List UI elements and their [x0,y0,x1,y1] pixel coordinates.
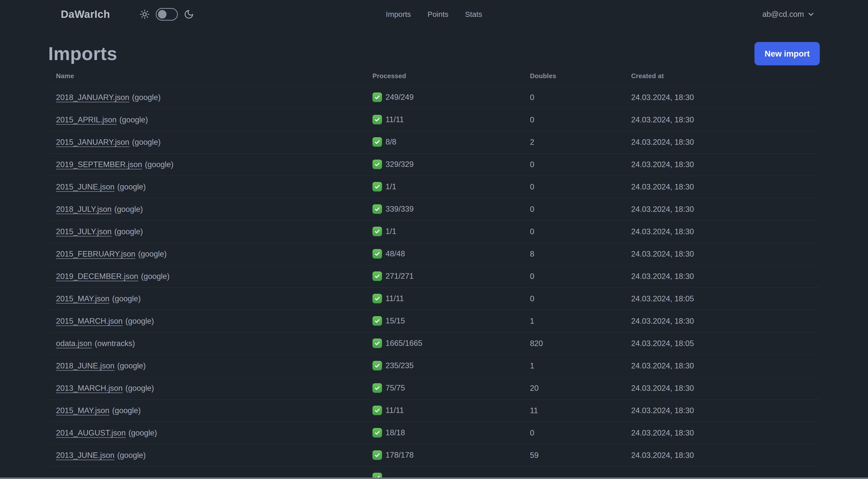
table-row [48,467,820,479]
success-check-icon [372,406,382,415]
table-row: 2015_MARCH.json(google) 15/15 1 24.03.20… [48,310,820,332]
name-cell: odata.json(owntracks) [48,332,367,355]
import-file-link[interactable]: 2015_JUNE.json [56,182,115,191]
import-file-link[interactable]: 2013_MARCH.json [56,384,123,393]
name-cell: 2018_JUNE.json(google) [48,355,367,377]
success-check-icon [372,294,382,303]
nav-link-stats[interactable]: Stats [465,10,482,19]
name-cell: 2015_MAY.json(google) [48,399,367,422]
table-row: 2015_MAY.json(google) 11/11 0 24.03.2024… [48,288,820,310]
created-at-cell: 24.03.2024, 18:30 [625,310,820,332]
app-brand[interactable]: DaWarIch [61,8,110,20]
success-check-icon [372,249,382,259]
name-cell: 2014_AUGUST.json(google) [48,422,367,444]
table-row: 2015_JUNE.json(google) 1/1 0 24.03.2024,… [48,176,820,198]
created-at-cell: 24.03.2024, 18:30 [625,422,820,444]
theme-toggle[interactable] [156,8,178,21]
doubles-count: 0 [530,272,534,281]
import-file-link[interactable]: 2018_JANUARY.json [56,93,129,102]
doubles-cell: 2 [524,131,625,154]
import-file-link[interactable]: 2015_JANUARY.json [56,138,129,147]
import-file-link[interactable]: 2015_MAY.json [56,294,110,303]
import-source-label: (google) [114,227,143,236]
created-at-cell: 24.03.2024, 18:30 [625,109,820,131]
doubles-cell: 0 [524,176,625,198]
imports-page: Imports New import Name Processed Double… [48,42,820,479]
processed-cell: 48/48 [367,243,524,265]
import-file-link[interactable]: 2018_JULY.json [56,205,112,214]
doubles-count: 8 [530,249,534,258]
processed-count: 18/18 [385,428,405,437]
created-at-value: 24.03.2024, 18:30 [631,160,694,169]
name-cell: 2015_FEBRUARY.json(google) [48,243,367,265]
created-at-cell: 24.03.2024, 18:30 [625,154,820,176]
import-source-label: (google) [112,406,141,415]
processed-cell: 1665/1665 [367,332,524,355]
new-import-button[interactable]: New import [754,42,820,65]
chevron-down-icon [807,10,815,18]
table-row: 2015_JULY.json(google) 1/1 0 24.03.2024,… [48,221,820,243]
doubles-count: 59 [530,451,538,460]
import-file-link[interactable]: 2015_MARCH.json [56,317,123,325]
import-source-label: (google) [132,138,161,147]
doubles-count: 1 [530,317,534,325]
created-at-value: 24.03.2024, 18:30 [631,182,694,191]
name-cell: 2018_JANUARY.json(google) [48,86,367,109]
created-at-cell: 24.03.2024, 18:30 [625,399,820,422]
processed-count: 8/8 [385,138,396,147]
created-at-value: 24.03.2024, 18:30 [631,115,694,124]
processed-cell: 11/11 [367,109,524,131]
account-menu[interactable]: ab@cd.com [762,10,815,19]
page-header: Imports New import [48,42,820,65]
table-row: 2015_APRIL.json(google) 11/11 0 24.03.20… [48,109,820,131]
import-file-link[interactable]: 2015_FEBRUARY.json [56,249,135,258]
success-check-icon [372,450,382,460]
processed-count: 15/15 [385,317,405,325]
import-file-link[interactable]: 2019_DECEMBER.json [56,272,138,281]
import-file-link[interactable]: 2015_APRIL.json [56,115,117,124]
processed-cell: 249/249 [367,86,524,109]
doubles-cell: 1 [524,310,625,332]
created-at-cell: 24.03.2024, 18:05 [625,288,820,310]
processed-cell [367,467,524,479]
success-check-icon [372,159,382,169]
import-file-link[interactable]: 2019_SEPTEMBER.json [56,160,142,169]
doubles-cell: 0 [524,154,625,176]
import-file-link[interactable]: 2015_JULY.json [56,227,112,236]
created-at-value: 24.03.2024, 18:05 [631,294,694,303]
doubles-cell [524,467,625,479]
processed-cell: 235/235 [367,355,524,377]
imports-table: Name Processed Doubles Created at 2018_J… [48,65,820,479]
sun-icon [140,9,150,19]
processed-cell: 15/15 [367,310,524,332]
doubles-count: 0 [530,160,534,169]
success-check-icon [372,316,382,326]
processed-count: 178/178 [385,451,414,460]
created-at-value: 24.03.2024, 18:30 [631,227,694,236]
table-row: 2018_JUNE.json(google) 235/235 1 24.03.2… [48,355,820,377]
import-file-link[interactable]: 2014_AUGUST.json [56,428,126,437]
import-file-link[interactable]: 2013_JUNE.json [56,451,115,460]
created-at-cell: 24.03.2024, 18:30 [625,355,820,377]
success-check-icon [372,428,382,438]
created-at-value: 24.03.2024, 18:30 [631,451,694,460]
nav-link-points[interactable]: Points [428,10,448,19]
created-at-cell: 24.03.2024, 18:30 [625,377,820,399]
table-row: 2019_DECEMBER.json(google) 271/271 0 24.… [48,265,820,288]
processed-cell: 1/1 [367,176,524,198]
created-at-cell: 24.03.2024, 18:30 [625,86,820,109]
import-source-label: (google) [117,361,146,370]
created-at-cell: 24.03.2024, 18:30 [625,176,820,198]
doubles-count: 0 [530,182,534,191]
table-row: 2018_JULY.json(google) 339/339 0 24.03.2… [48,198,820,221]
nav-link-imports[interactable]: Imports [386,10,411,19]
import-file-link[interactable]: 2015_MAY.json [56,406,110,415]
created-at-value: 24.03.2024, 18:30 [631,361,694,370]
horizontal-scrollbar[interactable] [0,478,868,479]
doubles-count: 20 [530,384,538,393]
processed-cell: 271/271 [367,265,524,288]
doubles-cell: 0 [524,198,625,221]
import-file-link[interactable]: 2018_JUNE.json [56,361,115,370]
import-file-link[interactable]: odata.json [56,339,92,348]
doubles-count: 0 [530,227,534,236]
